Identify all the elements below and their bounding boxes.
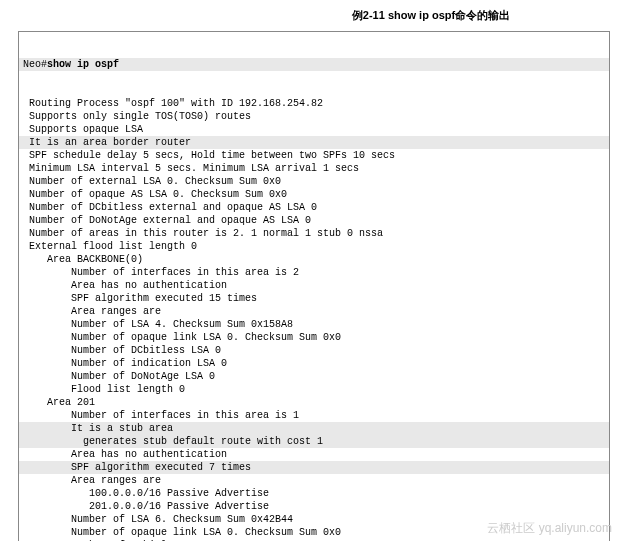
output-line: Flood list length 0 xyxy=(19,383,609,396)
prompt-prefix: Neo# xyxy=(23,59,47,70)
watermark: 云栖社区 yq.aliyun.com xyxy=(487,520,612,537)
output-line: Number of DoNotAge LSA 0 xyxy=(19,370,609,383)
output-line: It is a stub area xyxy=(19,422,609,435)
output-line: generates stub default route with cost 1 xyxy=(19,435,609,448)
output-line: Number of DCbitless LSA 0 xyxy=(19,344,609,357)
output-line: SPF algorithm executed 15 times xyxy=(19,292,609,305)
output-line: Area ranges are xyxy=(19,305,609,318)
output-line: Number of DoNotAge external and opaque A… xyxy=(19,214,609,227)
terminal-content: Neo#show ip ospf Routing Process "ospf 1… xyxy=(19,32,609,541)
output-line: Number of opaque link LSA 0. Checksum Su… xyxy=(19,331,609,344)
output-line: Number of LSA 4. Checksum Sum 0x158A8 xyxy=(19,318,609,331)
output-line: SPF schedule delay 5 secs, Hold time bet… xyxy=(19,149,609,162)
output-line: Routing Process "ospf 100" with ID 192.1… xyxy=(19,97,609,110)
output-line: Number of opaque AS LSA 0. Checksum Sum … xyxy=(19,188,609,201)
figure-title: 例2-11 show ip ospf命令的输出 xyxy=(240,0,622,27)
output-line: Number of areas in this router is 2. 1 n… xyxy=(19,227,609,240)
output-line: Area 201 xyxy=(19,396,609,409)
output-line: It is an area border router xyxy=(19,136,609,149)
output-line: 201.0.0.0/16 Passive Advertise xyxy=(19,500,609,513)
output-line: Number of external LSA 0. Checksum Sum 0… xyxy=(19,175,609,188)
output-line: Minimum LSA interval 5 secs. Minimum LSA… xyxy=(19,162,609,175)
output-line: Number of interfaces in this area is 1 xyxy=(19,409,609,422)
prompt-command: show ip ospf xyxy=(47,59,119,70)
output-line: SPF algorithm executed 7 times xyxy=(19,461,609,474)
output-line: Area BACKBONE(0) xyxy=(19,253,609,266)
output-line: Supports only single TOS(TOS0) routes xyxy=(19,110,609,123)
output-line: Area ranges are xyxy=(19,474,609,487)
output-line: Number of indication LSA 0 xyxy=(19,357,609,370)
output-lines: Routing Process "ospf 100" with ID 192.1… xyxy=(19,97,609,541)
output-line: Supports opaque LSA xyxy=(19,123,609,136)
output-line: 100.0.0.0/16 Passive Advertise xyxy=(19,487,609,500)
output-line: Number of interfaces in this area is 2 xyxy=(19,266,609,279)
prompt-line: Neo#show ip ospf xyxy=(19,58,609,71)
output-line: Area has no authentication xyxy=(19,279,609,292)
output-line: External flood list length 0 xyxy=(19,240,609,253)
terminal-output: Neo#show ip ospf Routing Process "ospf 1… xyxy=(18,31,610,541)
output-line: Number of DCbitless external and opaque … xyxy=(19,201,609,214)
output-line: Area has no authentication xyxy=(19,448,609,461)
